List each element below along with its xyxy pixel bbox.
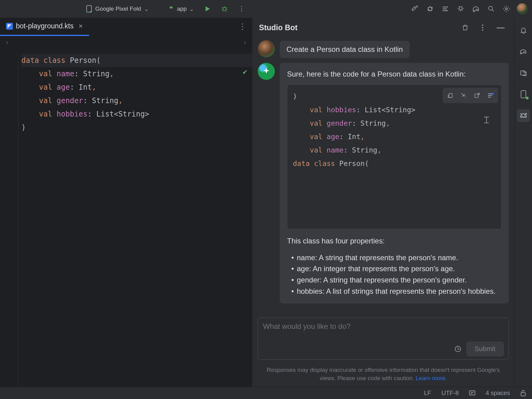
- more-actions-button[interactable]: ⋮: [234, 3, 249, 15]
- kebab-icon: ⋮: [479, 23, 486, 31]
- run-config-selector[interactable]: app ⌄: [164, 4, 198, 14]
- bug-icon: [221, 5, 228, 12]
- open-in-new-button[interactable]: [471, 89, 483, 102]
- bot-more-button[interactable]: ⋮: [476, 21, 489, 34]
- indent-info[interactable]: 4 spaces: [486, 390, 510, 397]
- bot-message: Sure, here is the code for a Person data…: [258, 63, 509, 304]
- insert-at-cursor-button[interactable]: I: [457, 89, 470, 102]
- bot-input-field[interactable]: [263, 322, 504, 339]
- build-button[interactable]: [408, 3, 422, 15]
- bars-icon: [442, 5, 449, 13]
- user-avatar-small: [258, 40, 275, 57]
- bot-avatar: [258, 63, 275, 80]
- svg-rect-18: [469, 391, 475, 395]
- bell-icon: [520, 27, 527, 34]
- search-icon: [488, 5, 494, 12]
- svg-point-5: [459, 7, 462, 10]
- studio-bot-pane: Studio Bot ⋮ — Create a Person data clas…: [252, 18, 514, 387]
- run-button[interactable]: [200, 3, 215, 15]
- history-button[interactable]: [454, 345, 462, 353]
- explain-code-button[interactable]: [484, 89, 497, 102]
- editor-code[interactable]: data class Person( val name: String, val…: [18, 54, 252, 387]
- svg-point-16: [522, 116, 523, 117]
- bot-input: Submit: [258, 318, 509, 360]
- user-message-text: Create a Person data class in Kotlin: [280, 41, 410, 58]
- phone-icon: [86, 5, 92, 13]
- search-button[interactable]: [484, 3, 498, 15]
- studio-bot-tool-button[interactable]: [517, 109, 530, 122]
- bot-message-body: Sure, here is the code for a Person data…: [280, 63, 509, 304]
- chevron-down-icon: ⌄: [144, 5, 149, 13]
- sync-icon: [426, 5, 434, 13]
- bot-title: Studio Bot: [259, 23, 297, 32]
- encoding[interactable]: UTF-8: [441, 390, 459, 397]
- lock-toggle[interactable]: [520, 390, 526, 396]
- line-separator[interactable]: LF: [424, 390, 431, 397]
- running-devices-button[interactable]: [517, 88, 530, 101]
- delete-conversation-button[interactable]: [459, 22, 472, 33]
- minimize-bot-button[interactable]: —: [494, 21, 508, 34]
- note-icon: [469, 390, 475, 396]
- device-manager-button[interactable]: [469, 3, 483, 15]
- device-name: Google Pixel Fold: [95, 5, 141, 12]
- svg-point-2: [170, 7, 171, 8]
- sync-button[interactable]: [423, 3, 437, 15]
- svg-rect-14: [521, 71, 525, 75]
- tab-file-name: bot-playground.kts: [16, 22, 74, 30]
- resource-manager-button[interactable]: [517, 66, 530, 79]
- bot-conversation[interactable]: Create a Person data class in Kotlin Sur…: [252, 37, 514, 313]
- tab-more-button[interactable]: ⋮: [233, 22, 252, 31]
- lines-dot-icon: [487, 92, 494, 99]
- settings-button[interactable]: [499, 3, 514, 15]
- copy-code-button[interactable]: [444, 89, 457, 102]
- editor-tab[interactable]: bot-playground.kts ✕: [0, 18, 89, 36]
- user-avatar[interactable]: [517, 3, 528, 14]
- learn-more-link[interactable]: Learn more: [416, 375, 445, 381]
- app-inspection-button[interactable]: [453, 3, 468, 15]
- disclaimer-body: Responses may display inaccurate or offe…: [267, 367, 500, 382]
- device-selector[interactable]: Google Pixel Fold ⌄: [82, 4, 153, 14]
- chevron-down-icon: ⌄: [189, 5, 194, 13]
- gradle-button[interactable]: [517, 45, 530, 58]
- android-sparkle-icon: [519, 112, 527, 119]
- elephant-icon: [472, 5, 480, 13]
- property-item: hobbies: A list of strings that represen…: [291, 286, 501, 297]
- minimize-icon: —: [497, 23, 505, 32]
- profiler-button[interactable]: [438, 3, 453, 15]
- svg-point-17: [524, 116, 525, 117]
- top-toolbar: Google Pixel Fold ⌄ app ⌄ ⋮: [0, 0, 532, 18]
- kebab-icon: ⋮: [238, 5, 245, 13]
- svg-rect-15: [521, 91, 526, 98]
- copy-icon: [447, 92, 453, 99]
- submit-button[interactable]: Submit: [466, 342, 504, 356]
- hammer-icon: [411, 5, 419, 13]
- svg-rect-19: [521, 393, 525, 396]
- code-actions: I: [443, 88, 498, 103]
- android-icon: [168, 5, 174, 12]
- svg-point-4: [223, 7, 226, 11]
- gear-icon: [503, 5, 510, 13]
- insert-arrow-icon: I: [460, 92, 467, 99]
- text-cursor-icon: ⌶: [484, 113, 489, 126]
- lock-icon: [520, 390, 526, 396]
- bot-code-block[interactable]: ) val hobbies: List<String> val gender: …: [287, 84, 501, 229]
- breadcrumb-next[interactable]: ›: [241, 38, 249, 47]
- svg-point-7: [505, 8, 507, 10]
- breadcrumb-prev[interactable]: ›: [3, 38, 11, 47]
- editor-gutter[interactable]: [0, 54, 18, 387]
- open-new-icon: [474, 92, 480, 99]
- editor-pane: bot-playground.kts ✕ ⋮ › › data class Pe…: [0, 18, 252, 387]
- elephant-icon: [519, 48, 527, 55]
- property-item: name: A string that represents the perso…: [291, 253, 501, 263]
- readonly-toggle[interactable]: [469, 390, 475, 396]
- svg-point-3: [172, 7, 172, 8]
- notifications-button[interactable]: [517, 24, 530, 37]
- close-tab-button[interactable]: ✕: [77, 22, 85, 30]
- kebab-icon: ⋮: [239, 22, 246, 31]
- debug-button[interactable]: [217, 3, 232, 15]
- status-bar: LF UTF-8 4 spaces: [0, 387, 532, 399]
- editor-tab-row: bot-playground.kts ✕ ⋮: [0, 18, 252, 36]
- property-item: age: An integer that represents the pers…: [291, 264, 501, 274]
- bot-header: Studio Bot ⋮ —: [252, 18, 514, 37]
- inspection-ok-icon[interactable]: ✔: [242, 68, 248, 76]
